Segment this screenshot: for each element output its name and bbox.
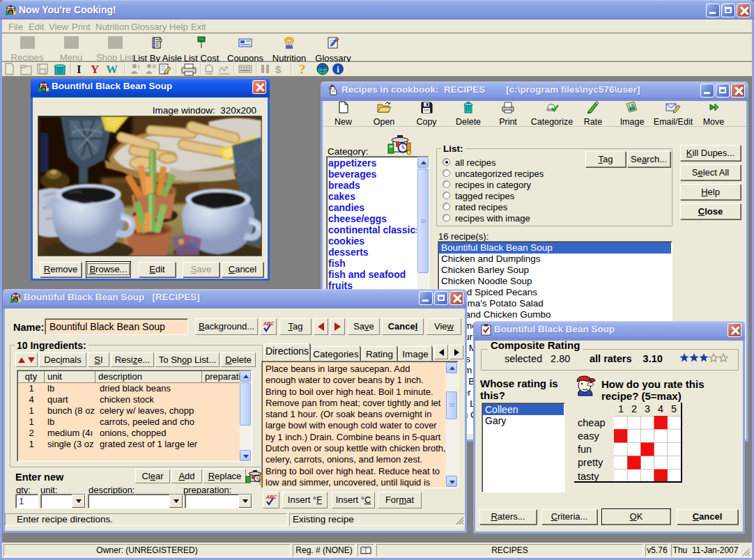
svg-text:ABC: ABC: [266, 495, 277, 499]
svg-text:W: W: [106, 63, 118, 76]
svg-text:I: I: [138, 63, 139, 70]
svg-text:i: i: [337, 64, 339, 75]
svg-text:?: ?: [299, 62, 306, 76]
svg-text:E: E: [153, 63, 157, 70]
svg-text:Y: Y: [91, 63, 99, 76]
svg-text:ABC: ABC: [263, 321, 275, 326]
svg-text:$: $: [275, 63, 282, 75]
svg-text:I: I: [77, 63, 82, 76]
